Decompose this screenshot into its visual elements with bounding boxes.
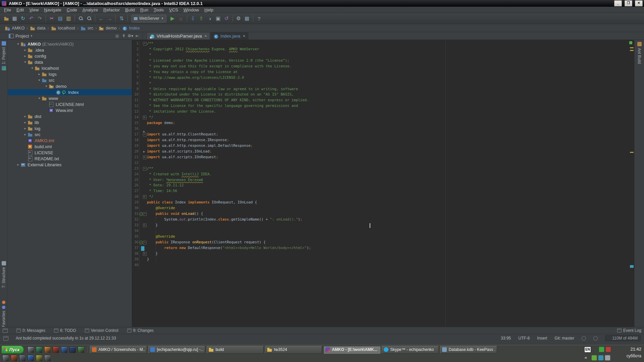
help-button[interactable]: ? <box>255 14 263 22</box>
code-text[interactable]: } <box>147 257 149 262</box>
code-text[interactable]: System.out.println(Index.class.getSimple… <box>147 217 302 223</box>
bookmark-stripe-mark[interactable] <box>630 265 634 268</box>
quick-launch-13-icon[interactable] <box>44 355 51 361</box>
paste-button[interactable]: ▥ <box>64 14 73 22</box>
taskbar-button--3524[interactable]: №3524 <box>265 346 322 354</box>
quick-launch-7-icon[interactable] <box>78 347 84 353</box>
taskbar-button-amko-e-work-amk-[interactable]: AMKO - [E:\work\AMK... <box>323 346 380 354</box>
hector-inspector-icon[interactable] <box>593 336 598 341</box>
project-tool-icon[interactable] <box>2 41 6 46</box>
tray-antivirus-icon[interactable] <box>599 347 604 352</box>
code-text[interactable]: * <box>147 52 151 58</box>
code-text[interactable]: * You may obtain a copy of the License a… <box>147 69 237 75</box>
code-text[interactable]: } <box>147 251 158 257</box>
menu-vcs[interactable]: VCS <box>166 7 181 12</box>
run-tool-icon[interactable] <box>2 66 6 70</box>
menu-build[interactable]: Build <box>122 7 138 12</box>
code-text[interactable]: * Date: 29.11.12 <box>147 183 183 188</box>
language-indicator[interactable]: EN <box>584 347 591 353</box>
code-text[interactable]: * See the License for the specific langu… <box>147 103 298 109</box>
code-text[interactable]: * User: Чипаченко Евгений <box>147 177 203 183</box>
tree-item-external-libraries[interactable]: ▸External Libraries <box>8 162 132 168</box>
menu-navigate[interactable]: Navigate <box>41 7 64 12</box>
collapse-all-icon[interactable]: ⇞ <box>121 34 127 38</box>
quick-launch-4-icon[interactable] <box>53 347 59 353</box>
project-structure-button[interactable]: ▦ <box>243 14 251 22</box>
taskbar-button-database-kdb-keepass-[interactable]: Database.kdb - KeePass ... <box>440 346 497 354</box>
tree-expanded-icon[interactable]: ▾ <box>30 66 35 70</box>
tree-item--idea[interactable]: ▸.idea <box>8 47 132 53</box>
tree-item-amko-iml[interactable]: AMKO.iml <box>8 137 132 143</box>
code-text[interactable]: import ua.alf.http.response.IResponse; <box>147 137 229 143</box>
tool-button-project[interactable]: 1: Project <box>1 47 6 64</box>
code-text[interactable]: * Time: 14:56 <box>147 188 177 194</box>
undo-button[interactable]: ↶ <box>27 14 36 22</box>
tree-item-www[interactable]: ▾www <box>8 95 132 101</box>
taskbar-button-skype-echipachenko[interactable]: Skype™ - echipachenko <box>382 346 439 354</box>
tree-item-lib[interactable]: ▸lib <box>8 119 132 125</box>
vcs-history-button[interactable]: ◑ <box>206 14 214 22</box>
quick-launch-8-icon[interactable] <box>2 355 9 361</box>
memory-indicator[interactable]: 110M of 494M <box>605 335 641 341</box>
taskbar-button-build[interactable]: build <box>207 346 264 354</box>
caret-position[interactable]: 33:95 <box>501 336 511 341</box>
close-icon[interactable]: ✕ <box>243 34 246 38</box>
quick-launch-5-icon[interactable] <box>61 347 67 353</box>
code-text[interactable]: * http://www.apache.org/licenses/LICENSE… <box>147 75 244 81</box>
fold-end-icon[interactable]: ∟ <box>143 195 147 199</box>
copy-button[interactable]: ▤ <box>56 14 64 22</box>
menu-help[interactable]: Help <box>202 7 216 12</box>
vcs-commit-button[interactable]: ⇧ <box>197 14 206 22</box>
fold-collapse-icon[interactable]: − <box>143 212 147 216</box>
code-text[interactable]: * Unless required by applicable law or a… <box>147 86 298 92</box>
tree-item-index[interactable]: Index <box>8 89 132 95</box>
tree-item-logs[interactable]: ▸logs <box>8 71 132 77</box>
tree-item-config[interactable]: ▸config <box>8 53 132 59</box>
vcs-update-button[interactable]: ⇩ <box>189 14 197 22</box>
code-text[interactable]: * Licensed under the Apache License, Ver… <box>147 58 289 64</box>
tree-item-localhost[interactable]: ▾localhost <box>8 65 132 71</box>
file-encoding[interactable]: UTF-8 <box>518 336 530 341</box>
hide-panel-icon[interactable]: ⇤ <box>134 34 140 38</box>
run-configuration-select[interactable]: WebServer▼ <box>131 15 166 22</box>
tool-button-favorites[interactable]: 2: Favorites <box>1 311 6 327</box>
quick-launch-3-icon[interactable] <box>44 347 51 353</box>
warning-stripe-mark[interactable] <box>630 47 634 48</box>
quick-launch-11-icon[interactable] <box>28 355 34 361</box>
code-text[interactable]: import ua.alf.http.response.impl.Default… <box>147 143 253 149</box>
maximize-button[interactable]: ❐ <box>625 0 632 6</box>
tree-item-log[interactable]: ▸log <box>8 125 132 131</box>
code-text[interactable]: * Copyright 2012 Chipachenko Eugene. AMK… <box>147 47 259 52</box>
tree-collapsed-icon[interactable]: ▸ <box>23 115 28 118</box>
tree-item-demo[interactable]: ▾demo <box>8 83 132 89</box>
menu-analyze[interactable]: Analyze <box>80 7 101 12</box>
tab-index-java[interactable]: Index.java✕ <box>210 32 249 40</box>
tree-collapsed-icon[interactable]: ▸ <box>23 127 28 130</box>
code-text[interactable]: * you may not use this file except in co… <box>147 64 291 69</box>
quick-launch-2-icon[interactable] <box>36 347 42 353</box>
taskbar-button--echipachenko-qip-ru-[interactable]: [echipachenko@qip.ru] -... <box>148 346 205 354</box>
insert-mode[interactable]: Insert <box>537 336 547 341</box>
quick-launch-10-icon[interactable] <box>19 355 25 361</box>
fold-end-icon[interactable]: ∟ <box>143 224 147 227</box>
vcs-branch[interactable]: Git: master <box>554 336 574 341</box>
code-text[interactable]: * Created with IntelliJ IDEA. <box>147 172 212 177</box>
close-icon[interactable]: ✕ <box>204 34 207 38</box>
tray-alert-icon[interactable] <box>605 347 611 352</box>
warning-stripe-mark[interactable] <box>630 152 634 153</box>
tool-button-version-control[interactable]: Version Control <box>85 328 118 333</box>
code-text[interactable]: * imitations under the License. <box>147 109 216 115</box>
tray-gray-icon[interactable] <box>605 355 610 361</box>
code-text[interactable]: public IResponse onRequest(ClientRequest… <box>147 240 266 245</box>
code-text[interactable]: public class Index implements IOnRequest… <box>147 200 257 205</box>
inspection-status-icon[interactable] <box>629 41 632 44</box>
tree-item-license-html[interactable]: LICENSE.html <box>8 101 132 107</box>
replace-button[interactable] <box>85 14 93 22</box>
code-text[interactable]: /** <box>147 41 153 47</box>
override-method-icon[interactable]: ↑ <box>139 241 143 244</box>
run-button[interactable]: ▶ <box>168 14 177 22</box>
fold-collapse-icon[interactable]: − <box>143 167 147 171</box>
save-all-button[interactable]: ▦ <box>10 14 19 22</box>
breadcrumb-item-index[interactable]: Index <box>121 25 141 31</box>
toggle-tool-buttons-icon[interactable] <box>3 328 8 333</box>
